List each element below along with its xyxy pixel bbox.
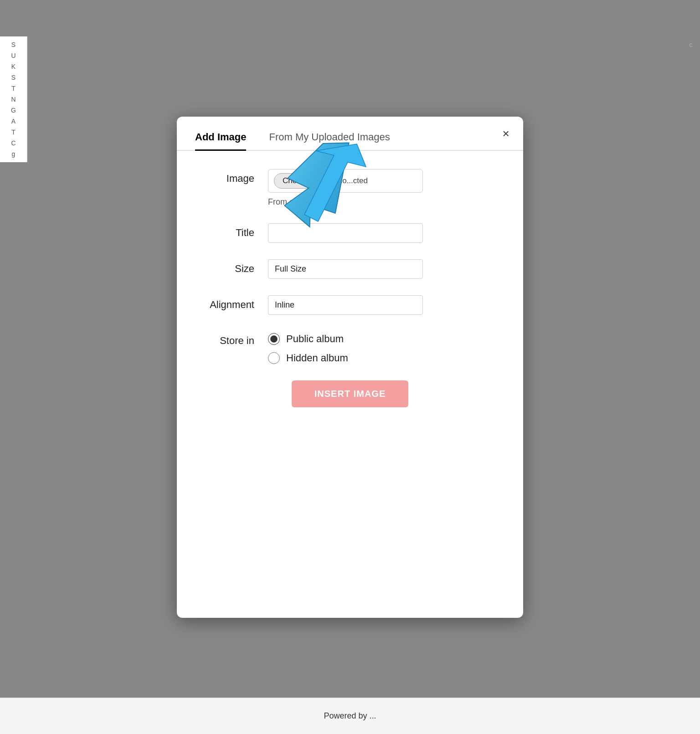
radio-public-label: Public album (286, 333, 344, 345)
size-input[interactable] (268, 259, 423, 279)
bottom-bar: Powered by ... (0, 698, 700, 734)
title-input[interactable] (268, 223, 423, 243)
alignment-input[interactable] (268, 295, 423, 315)
tab-from-uploaded[interactable]: From My Uploaded Images (269, 131, 390, 151)
radio-public[interactable] (268, 333, 280, 345)
image-controls: Choose File no...cted From another site (268, 169, 505, 207)
bottom-bar-text: Powered by ... (324, 711, 376, 721)
backdrop: SUKST NGATCg c × Add Image From My Uploa… (0, 0, 700, 734)
choose-file-button[interactable]: Choose File (274, 173, 333, 189)
file-input-container: Choose File no...cted (268, 169, 423, 193)
modal-dialog: × Add Image From My Uploaded Images (177, 117, 523, 618)
tab-add-image[interactable]: Add Image (195, 131, 246, 151)
radio-hidden[interactable] (268, 352, 280, 364)
store-in-row: Store in Public album Hidden album (195, 331, 505, 364)
store-in-label: Store in (195, 331, 268, 347)
alignment-label: Alignment (195, 295, 268, 311)
radio-option-public[interactable]: Public album (268, 333, 505, 345)
radio-group: Public album Hidden album (268, 331, 505, 364)
file-name-display: no...cted (338, 176, 368, 185)
tab-bar: Add Image From My Uploaded Images (177, 117, 523, 151)
alignment-control (268, 295, 505, 315)
close-button[interactable]: × (498, 126, 514, 142)
form-area: Image Choose File no...cted From another… (177, 151, 523, 444)
title-label: Title (195, 223, 268, 239)
size-label: Size (195, 259, 268, 275)
insert-btn-row: INSERT IMAGE (195, 380, 505, 426)
from-another-site-link[interactable]: From another site (268, 197, 505, 207)
store-in-control: Public album Hidden album (268, 331, 505, 364)
title-row: Title (195, 223, 505, 243)
size-control (268, 259, 505, 279)
insert-image-button[interactable]: INSERT IMAGE (292, 380, 408, 407)
image-row: Image Choose File no...cted From another… (195, 169, 505, 207)
radio-option-hidden[interactable]: Hidden album (268, 352, 505, 364)
title-control (268, 223, 505, 243)
image-label: Image (195, 169, 268, 185)
modal-overlay: × Add Image From My Uploaded Images (0, 0, 700, 734)
alignment-row: Alignment (195, 295, 505, 315)
size-row: Size (195, 259, 505, 279)
radio-hidden-label: Hidden album (286, 352, 348, 364)
